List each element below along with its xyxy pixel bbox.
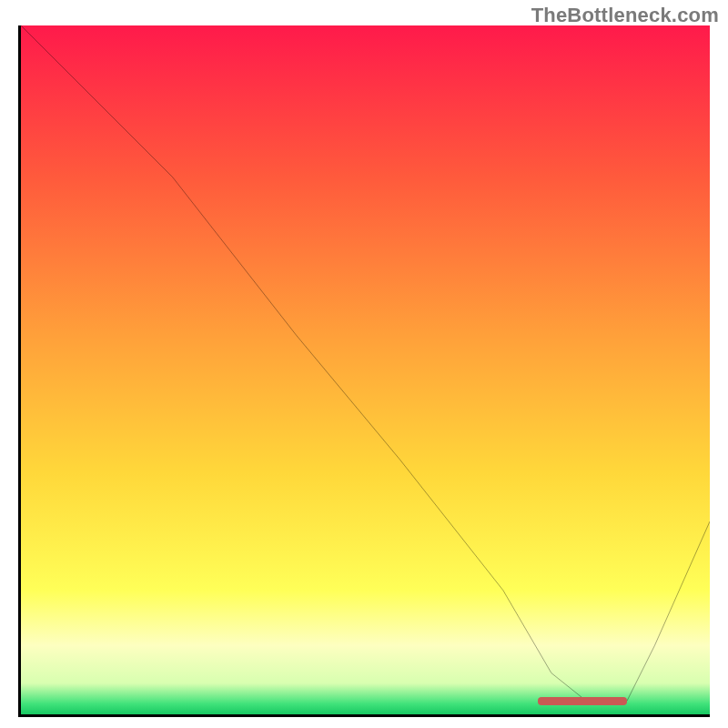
bottleneck-curve-line [21, 25, 710, 714]
chart-frame [18, 25, 710, 717]
chart-plot-area [21, 25, 710, 714]
optimal-range-marker [538, 697, 627, 705]
watermark-text: TheBottleneck.com [531, 4, 719, 27]
